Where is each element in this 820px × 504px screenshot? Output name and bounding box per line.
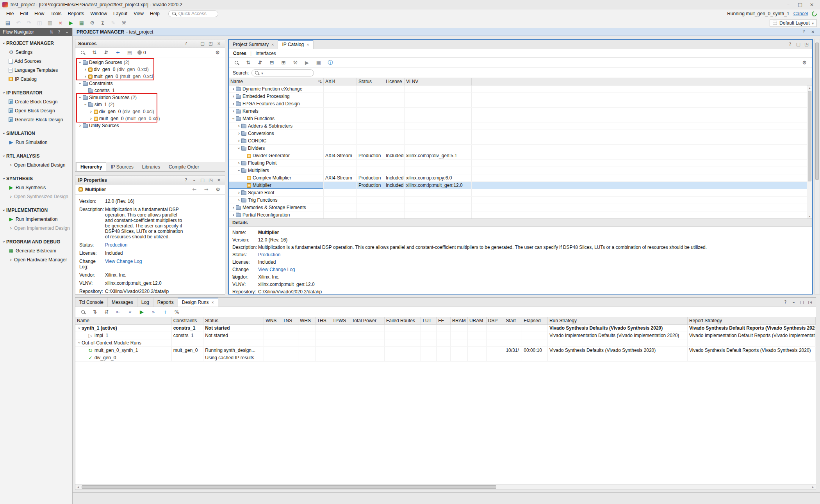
expand-open-icon[interactable]: › (2, 208, 6, 213)
expand-closed-icon[interactable]: › (231, 94, 236, 99)
flow-item-generate-bitstream[interactable]: ▦Generate Bitstream (0, 246, 72, 255)
run-row-out-of-context-module-runs[interactable]: ›Out-of-Context Module Runs (75, 339, 816, 347)
column-header-name[interactable]: Name (75, 317, 172, 324)
source-item-constrs-1[interactable]: constrs_1 (75, 87, 225, 94)
maximize-window-button[interactable]: □ (794, 1, 806, 9)
maximize-button[interactable]: □ (799, 299, 805, 305)
menu-tools[interactable]: Tools (47, 10, 64, 17)
catalog-row-dynamic-function-exchange[interactable]: ›Dynamic Function eXchange (229, 85, 812, 93)
expand-closed-icon[interactable]: › (237, 190, 241, 195)
expand-open-icon[interactable]: › (77, 326, 82, 330)
package-button[interactable]: ▦ (315, 59, 323, 67)
catalog-row-trig-functions[interactable]: ›Trig Functions (229, 197, 812, 204)
catalog-row-complex-multiplier[interactable]: Complex MultiplierAXI4-StreamProductionI… (229, 174, 812, 182)
window-vertical-scrollbar[interactable] (814, 39, 820, 295)
column-header-license[interactable]: License (384, 78, 405, 85)
run-row-synth-1-active[interactable]: ›synth_1 (active)constrs_1Not startedViv… (75, 325, 816, 332)
maximize-button[interactable]: □ (199, 177, 206, 183)
minimize-button[interactable]: – (191, 40, 198, 47)
link-production[interactable]: Production (105, 242, 127, 248)
scroll-right-icon[interactable] (810, 484, 816, 490)
expand-all-button[interactable]: ⇵ (102, 49, 110, 57)
catalog-row-floating-point[interactable]: ›Floating Point (229, 160, 812, 167)
flow-item-settings[interactable]: ⚙Settings (0, 48, 72, 57)
scroll-up-icon[interactable] (807, 85, 812, 90)
catalog-row-kernels[interactable]: ›Kernels (229, 108, 812, 115)
step-back-button[interactable]: « (126, 308, 134, 316)
close-tab-icon[interactable]: × (212, 300, 214, 305)
catalog-row-divider-generator[interactable]: Divider GeneratorAXI4-StreamProductionIn… (229, 152, 812, 160)
run-row-mult-gen-0-synth-1[interactable]: ↻mult_gen_0_synth_1mult_gen_0Running syn… (75, 347, 816, 354)
catalog-row-adders-subtracters[interactable]: ›Adders & Subtracters (229, 122, 812, 130)
help-button[interactable]: ? (787, 41, 793, 48)
edit-button[interactable]: ✎ (109, 19, 118, 27)
undo-button[interactable]: ↶ (14, 19, 23, 27)
sources-tab-libraries[interactable]: Libraries (138, 162, 164, 171)
debug-button[interactable]: ⚒ (119, 19, 128, 27)
show-file-button[interactable]: ▤ (126, 49, 134, 57)
expand-closed-icon[interactable]: › (231, 87, 236, 91)
column-header-status[interactable]: Status (357, 78, 384, 85)
menu-file[interactable]: File (3, 10, 17, 17)
expand-closed-icon[interactable]: › (9, 257, 13, 262)
column-header-ths[interactable]: THS (316, 317, 331, 324)
help-button[interactable]: ? (57, 30, 62, 34)
minimize-button[interactable]: – (790, 299, 797, 305)
goto-start-button[interactable]: ⇤ (114, 308, 122, 316)
minimize-button[interactable]: – (191, 177, 198, 183)
column-header-name[interactable]: Name^1 (229, 78, 324, 85)
column-header-failed-routes[interactable]: Failed Routes (385, 317, 421, 324)
column-header-report-strategy[interactable]: Report Strategy (688, 317, 816, 324)
expand-open-icon[interactable]: › (2, 131, 6, 136)
copy-button[interactable]: ◫ (35, 19, 44, 27)
ip-properties-header[interactable]: IP Properties ?–□◳× (75, 176, 225, 185)
expand-open-icon[interactable]: › (2, 41, 6, 46)
help-button[interactable]: ? (183, 177, 189, 183)
source-item-div-gen-0[interactable]: ›div_gen_0(div_gen_0.xci) (75, 108, 225, 115)
close-button[interactable]: × (216, 177, 222, 183)
help-button[interactable]: ? (800, 28, 807, 35)
expand-closed-icon[interactable]: › (237, 198, 241, 202)
expand-closed-icon[interactable]: › (9, 163, 13, 167)
flow-item-language-templates[interactable]: Language Templates (0, 66, 72, 75)
column-header-start[interactable]: Start (504, 317, 522, 324)
float-button[interactable]: ◳ (803, 41, 810, 48)
expand-open-icon[interactable]: › (231, 116, 236, 121)
column-header-elapsed[interactable]: Elapsed (522, 317, 548, 324)
expand-open-icon[interactable]: › (237, 146, 241, 151)
source-item-div-gen-0[interactable]: ›div_gen_0(div_gen_0.xci) (75, 66, 225, 73)
column-header-run-strategy[interactable]: Run Strategy (548, 317, 688, 324)
float-button[interactable]: ◳ (207, 40, 214, 47)
collapse-all-button[interactable]: ⇅ (49, 30, 54, 34)
flow-section-simulation[interactable]: ›SIMULATION (0, 129, 72, 138)
column-header-total-power[interactable]: Total Power (350, 317, 385, 324)
expand-open-icon[interactable]: › (78, 95, 82, 100)
expand-closed-icon[interactable]: › (231, 109, 236, 114)
source-item-mult-gen-0[interactable]: ›mult_gen_0(mult_gen_0.xci) (75, 73, 225, 80)
tab-project-summary[interactable]: Project Summary× (229, 40, 278, 49)
menu-reports[interactable]: Reports (64, 10, 87, 17)
expand-closed-icon[interactable]: › (231, 213, 236, 217)
expand-open-icon[interactable]: › (83, 102, 88, 107)
catalog-row-multipliers[interactable]: ›Multipliers (229, 167, 812, 174)
collapse-all-button[interactable]: ⇅ (91, 308, 99, 316)
source-item-mult-gen-0[interactable]: ›mult_gen_0(mult_gen_0.xci) (75, 115, 225, 122)
expand-open-icon[interactable]: › (2, 240, 6, 244)
fast-forward-button[interactable]: » (150, 308, 157, 316)
menu-help[interactable]: Help (147, 10, 163, 17)
search-button[interactable] (79, 49, 87, 57)
flow-item-open-block-design[interactable]: Open Block Design (0, 106, 72, 115)
scroll-down-icon[interactable] (807, 214, 812, 218)
minimize-button[interactable]: – (64, 30, 70, 34)
run-green-button[interactable]: ▶ (138, 308, 146, 316)
column-header-whs[interactable]: WHS (298, 317, 316, 324)
column-header-wns[interactable]: WNS (264, 317, 281, 324)
flow-section-rtl-analysis[interactable]: ›RTL ANALYSIS (0, 152, 72, 160)
expand-closed-icon[interactable]: › (237, 131, 241, 136)
settings-button[interactable]: ⚙ (214, 186, 222, 193)
forward-button[interactable]: → (202, 186, 210, 193)
close-tab-icon[interactable]: × (307, 42, 309, 47)
expand-closed-icon[interactable]: › (237, 161, 241, 165)
flow-section-implementation[interactable]: ›IMPLEMENTATION (0, 206, 72, 215)
catalog-row-fpga-features-and-design[interactable]: ›FPGA Features and Design (229, 100, 812, 108)
